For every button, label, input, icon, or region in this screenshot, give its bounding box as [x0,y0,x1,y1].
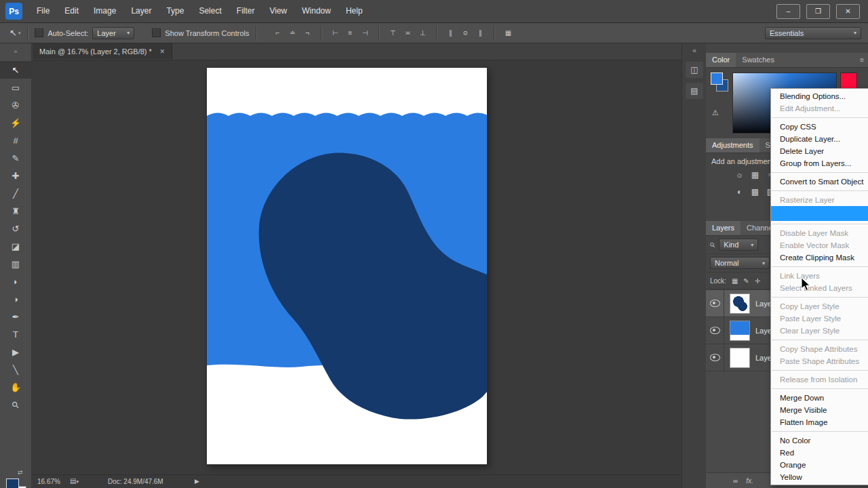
tab-close-icon[interactable]: × [160,47,165,56]
panel-menu-icon[interactable]: ≡ [860,56,864,64]
layer-thumbnail[interactable] [730,321,750,341]
cm-duplicate-layer[interactable]: Duplicate Layer... [771,133,868,145]
layer-style-fx-icon[interactable]: fx. [746,477,753,485]
status-arrow-icon[interactable]: ▶ [195,478,199,485]
align-left-edges[interactable]: ⊢ [328,26,342,40]
adjustment-black-white[interactable]: ▩ [747,185,763,199]
hand-tool[interactable]: ✋ [0,378,31,396]
close-button[interactable]: ✕ [836,4,860,19]
menu-edit[interactable]: Edit [57,0,86,22]
align-vertical-centers[interactable]: ≐ [285,26,300,40]
cm-create-clipping-mask[interactable]: Create Clipping Mask [771,251,868,264]
distribute-right-edges[interactable]: ∥ [473,26,488,40]
layer-filter-kind-dropdown[interactable]: Kind [719,239,758,251]
layer-visibility-eye-icon[interactable] [710,354,720,361]
eraser-tool[interactable]: ◪ [0,237,31,255]
swap-colors-icon[interactable]: ⇄ [18,469,23,476]
tab-adjustments[interactable]: Adjustments [706,138,760,152]
menu-image[interactable]: Image [86,0,123,22]
cm-blending-options[interactable]: Blending Options... [771,90,868,102]
align-horizontal-centers[interactable]: ≡ [342,26,357,40]
distribute-spacing[interactable]: ▦ [500,26,515,40]
line-tool[interactable]: ╲ [0,361,31,378]
cm-flatten-image[interactable]: Flatten Image [771,416,868,428]
eyedropper-tool[interactable]: ✎ [0,149,31,167]
lasso-tool[interactable]: ✇ [0,96,31,114]
foreground-color-swatch[interactable] [6,479,19,488]
menu-help[interactable]: Help [338,0,370,22]
minimize-button[interactable]: – [776,4,800,19]
tab-layers[interactable]: Layers [706,221,741,235]
status-page-icon[interactable]: ▤▾ [70,477,79,485]
brush-tool[interactable]: ╱ [0,184,31,202]
adjustment-brightness-contrast[interactable]: ☼ [732,168,747,182]
dock-expand-icon[interactable]: « [682,43,707,57]
collapsed-panel-properties[interactable]: ▤ [686,83,703,99]
pen-tool[interactable]: ✒ [0,308,31,325]
blur-tool[interactable]: ◗ [0,272,31,290]
cm-convert-to-smart-object[interactable]: Convert to Smart Object [771,176,868,188]
menu-window[interactable]: Window [294,0,338,22]
cm-merge-down[interactable]: Merge Down [771,392,868,404]
zoom-tool[interactable]: ⚲ [0,396,31,413]
auto-select-target-dropdown[interactable]: Layer [92,27,134,39]
tab-color[interactable]: Color [706,53,736,67]
canvas-document[interactable] [207,68,487,464]
distribute-bottom-edges[interactable]: ⊥ [415,26,430,40]
hue-ramp-red-swatch[interactable] [840,73,857,89]
layer-thumbnail[interactable] [730,293,750,314]
cm-no-color[interactable]: No Color [771,434,868,447]
adjustment-levels[interactable]: ▦ [747,168,763,182]
cm-copy-css[interactable]: Copy CSS [771,121,868,133]
document-tab[interactable]: Main @ 16.7% (Layer 2, RGB/8) * × [33,43,172,59]
lock-transparency-icon[interactable]: ▦ [732,277,738,285]
auto-select-checkbox[interactable] [35,28,43,37]
crop-tool[interactable]: # [0,131,31,149]
gradient-tool[interactable]: ▥ [0,255,31,272]
dodge-tool[interactable]: ◑ [0,290,31,308]
quick-selection-tool[interactable]: ⚡ [0,114,31,131]
gamut-warning-icon[interactable]: ⚠ [712,108,719,117]
align-top-edges[interactable]: ⌐ [270,26,285,40]
toolbar-collapse-icon[interactable]: » [0,43,31,61]
align-bottom-edges[interactable]: ¬ [300,26,315,40]
path-selection-tool[interactable]: ▶ [0,343,31,361]
cm-red[interactable]: Red [771,447,868,459]
tab-swatches[interactable]: Swatches [736,53,781,67]
lock-position-icon[interactable]: ✛ [755,277,760,285]
workspace-switcher-dropdown[interactable]: Essentials [765,27,861,39]
distribute-horizontal-centers[interactable]: ≎ [458,26,473,40]
history-brush-tool[interactable]: ↺ [0,220,31,237]
spot-healing-brush-tool[interactable]: ✚ [0,167,31,184]
maximize-button[interactable]: ❐ [806,4,830,19]
app-logo[interactable]: Ps [5,3,22,20]
cm-orange[interactable]: Orange [771,459,868,471]
menu-type[interactable]: Type [159,0,191,22]
tool-preset-caret-icon[interactable]: ▾ [18,30,21,36]
blend-mode-dropdown[interactable]: Normal [710,257,770,269]
adjustment-color-balance[interactable]: ◐ [732,185,747,199]
layer-visibility-eye-icon[interactable] [710,300,720,307]
distribute-vertical-centers[interactable]: ≍ [400,26,415,40]
menu-filter[interactable]: Filter [229,0,262,22]
menu-view[interactable]: View [262,0,294,22]
cm-group-from-layers[interactable]: Group from Layers... [771,157,868,169]
layer-visibility-eye-icon[interactable] [710,327,720,334]
lock-paint-icon[interactable]: ✎ [743,277,749,285]
cm-highlighted-item[interactable] [771,206,868,221]
distribute-left-edges[interactable]: ∥ [443,26,458,40]
menu-file[interactable]: File [29,0,57,22]
cm-delete-layer[interactable]: Delete Layer [771,145,868,157]
move-tool-icon[interactable]: ↖ [9,28,17,38]
distribute-top-edges[interactable]: ⊤ [385,26,400,40]
zoom-level-field[interactable]: 16.67% [37,478,60,485]
menu-select[interactable]: Select [191,0,229,22]
type-tool[interactable]: T [0,325,31,343]
show-transform-controls-checkbox[interactable] [152,28,161,37]
cm-yellow[interactable]: Yellow [771,471,868,483]
rectangular-marquee-tool[interactable]: ▭ [0,79,31,96]
foreground-color-swatch[interactable] [711,73,723,85]
menu-layer[interactable]: Layer [123,0,159,22]
collapsed-panel-history[interactable]: ◫ [686,62,703,78]
move-tool[interactable]: ↖ [0,61,31,79]
